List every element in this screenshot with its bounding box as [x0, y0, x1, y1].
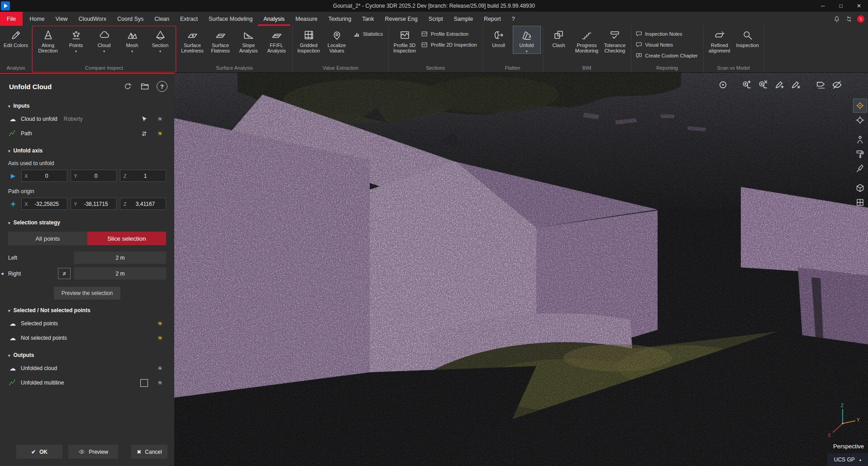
refined-alignment-button[interactable]: Refined alignment: [706, 26, 734, 55]
visibility-bulb-icon[interactable]: ☀: [154, 365, 166, 371]
remove-measure-icon[interactable]: [755, 77, 770, 92]
pick-cursor-icon[interactable]: [138, 115, 150, 123]
profile-2d-inspection-button[interactable]: Profile 2D Inspection: [421, 41, 477, 48]
reverse-path-icon[interactable]: [138, 130, 150, 138]
section-selected-points[interactable]: Selected / Not selected points: [8, 307, 166, 314]
preview-button[interactable]: Preview: [68, 445, 118, 459]
clash-button[interactable]: Clash: [545, 26, 573, 49]
rotation-point-icon[interactable]: [854, 99, 867, 112]
axis-y-field[interactable]: Y0: [71, 170, 117, 182]
statistics-button[interactable]: Statistics: [353, 30, 383, 38]
fffl-analysis-button[interactable]: FF/FL Analysis: [262, 26, 291, 55]
edit-colors-button[interactable]: Edit Colors: [2, 26, 30, 49]
close-button[interactable]: ✕: [850, 0, 868, 12]
tolerance-checking-button[interactable]: Tolerance Checking: [601, 26, 629, 55]
tab-file[interactable]: File: [0, 12, 23, 26]
minimize-button[interactable]: ─: [814, 0, 832, 12]
tab-report[interactable]: Report: [478, 12, 506, 26]
all-points-button[interactable]: All points: [8, 232, 87, 245]
mesh-inspect-button[interactable]: Mesh: [118, 26, 146, 54]
axis-x-field[interactable]: X0: [21, 170, 67, 182]
visibility-bulb-icon[interactable]: ☀: [154, 335, 166, 341]
visibility-bulb-icon[interactable]: ☀: [154, 320, 166, 327]
pick-origin-icon[interactable]: +: [8, 200, 18, 208]
tab-home[interactable]: Home: [24, 12, 50, 26]
tab-sample[interactable]: Sample: [448, 12, 478, 26]
clipping-box-icon[interactable]: [854, 196, 867, 209]
preview-selection-button[interactable]: Preview the selection: [54, 287, 120, 300]
visibility-bulb-icon[interactable]: ☀: [154, 116, 166, 122]
tab-analysis[interactable]: Analysis: [258, 12, 290, 26]
visibility-bulb-icon[interactable]: ☀: [154, 380, 166, 386]
tab-reverse-eng[interactable]: Reverse Eng: [380, 12, 423, 26]
create-custom-chapter-button[interactable]: Create Custom Chapter: [635, 52, 698, 59]
first-person-icon[interactable]: [854, 133, 867, 146]
left-width-field[interactable]: 2 m: [74, 252, 166, 264]
hide-annotations-icon[interactable]: [830, 77, 844, 92]
tab-extract[interactable]: Extract: [175, 12, 203, 26]
inspection-notes-button[interactable]: Inspection Notes: [635, 30, 698, 38]
cube-view-icon[interactable]: [854, 181, 867, 195]
unfold-button[interactable]: Unfold: [513, 26, 541, 54]
origin-x-field[interactable]: X-32,25825: [21, 198, 67, 210]
tab-script[interactable]: Script: [423, 12, 448, 26]
remove-annotation-icon[interactable]: [788, 77, 802, 92]
cloud-inspect-button[interactable]: Cloud: [90, 26, 118, 54]
scan-inspection-button[interactable]: Inspection: [734, 26, 762, 49]
sync-icon[interactable]: [845, 15, 853, 23]
right-width-field[interactable]: 2 m: [74, 267, 166, 280]
help-icon[interactable]: ?: [157, 81, 167, 92]
unroll-button[interactable]: Unroll: [485, 26, 513, 49]
panel-collapse-arrow[interactable]: ◂: [1, 271, 4, 276]
slice-selection-button[interactable]: Slice selection: [87, 232, 167, 245]
surface-levelness-button[interactable]: Surface Levelness: [178, 26, 206, 55]
section-inputs[interactable]: Inputs: [8, 103, 166, 109]
tab-measure[interactable]: Measure: [290, 12, 323, 26]
tab-clean[interactable]: Clean: [149, 12, 175, 26]
along-direction-button[interactable]: Along Direction: [34, 26, 62, 55]
rotation-center-icon[interactable]: [715, 77, 730, 92]
export-folder-icon[interactable]: [138, 80, 152, 93]
center-view-icon[interactable]: [854, 114, 867, 127]
paint-select-icon[interactable]: [854, 147, 867, 161]
section-selection-strategy[interactable]: Selection strategy: [8, 219, 166, 226]
profile-3d-inspection-button[interactable]: Profile 3D Inspection: [391, 26, 419, 55]
gridded-inspection-button[interactable]: Gridded Inspection: [295, 26, 323, 55]
reset-icon[interactable]: [121, 80, 134, 93]
profile-extraction-button[interactable]: Profile Extraction: [421, 30, 477, 38]
tab-texturing[interactable]: Texturing: [323, 12, 357, 26]
multiline-checkbox[interactable]: [140, 379, 148, 387]
pick-point-icon[interactable]: [854, 162, 867, 175]
surface-flatness-button[interactable]: Surface Flatness: [206, 26, 234, 55]
axis-z-field[interactable]: Z1: [120, 170, 166, 182]
progress-monitoring-button[interactable]: Progress Monitoring: [573, 26, 601, 55]
section-unfold-axis[interactable]: Unfold axis: [8, 147, 166, 154]
tab-surface-modeling[interactable]: Surface Modeling: [203, 12, 258, 26]
add-annotation-icon[interactable]: [772, 77, 786, 92]
hide-labels-icon[interactable]: [813, 77, 828, 92]
origin-y-field[interactable]: Y-38,11715: [71, 198, 117, 210]
tab-view[interactable]: View: [50, 12, 73, 26]
update-badge-icon[interactable]: [857, 15, 864, 23]
localize-values-button[interactable]: Localize Values: [323, 26, 351, 55]
axis-direction-icon[interactable]: ▶: [8, 172, 18, 179]
ok-button[interactable]: ✔OK: [16, 445, 62, 459]
ucs-selector-button[interactable]: UCS GP ▴: [827, 453, 868, 466]
tab-tank[interactable]: Tank: [357, 12, 379, 26]
origin-z-field[interactable]: Z3,41167: [120, 198, 166, 210]
points-inspect-button[interactable]: Points: [62, 26, 90, 54]
cancel-button[interactable]: ✖Cancel: [131, 445, 167, 459]
tab-coord-sys[interactable]: Coord Sys: [112, 12, 149, 26]
maximize-button[interactable]: □: [832, 0, 850, 12]
add-measure-icon[interactable]: [739, 77, 754, 92]
notifications-bell-icon[interactable]: [833, 15, 841, 23]
asymmetric-toggle-icon[interactable]: ≠: [58, 268, 71, 279]
3d-viewport[interactable]: Z Y X Perspective UCS GP ▴: [174, 73, 868, 466]
visual-notes-button[interactable]: Visual Notes: [635, 41, 698, 48]
tab-help[interactable]: ?: [506, 12, 520, 26]
slope-analysis-button[interactable]: Slope Analysis: [234, 26, 262, 55]
section-inspect-button[interactable]: Section: [146, 26, 174, 54]
visibility-bulb-icon[interactable]: ☀: [154, 130, 166, 137]
tab-cloudworx[interactable]: CloudWorx: [73, 12, 112, 26]
section-outputs[interactable]: Outputs: [8, 352, 166, 358]
